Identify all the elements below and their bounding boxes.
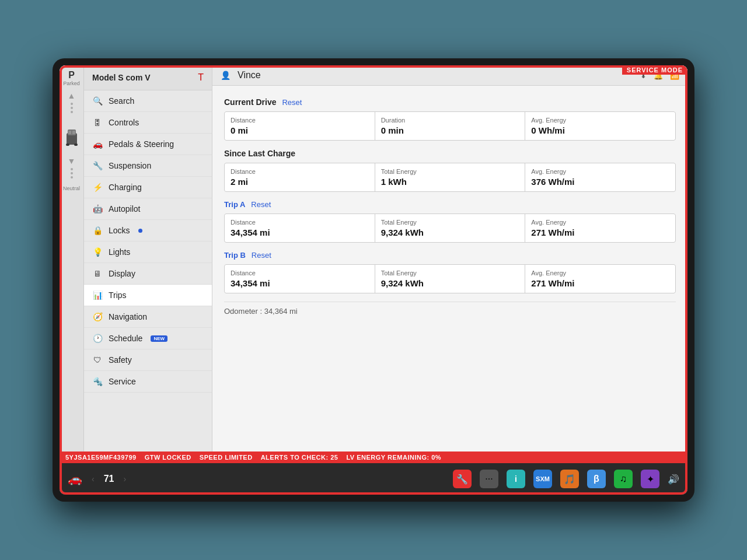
trip-a-distance-label: Distance — [231, 219, 369, 226]
speed-limited-status: SPEED LIMITED — [200, 454, 253, 461]
slc-avgenergy-label: Avg. Energy — [531, 168, 669, 175]
current-drive-stats: Distance 0 mi Duration 0 min Avg. Energy… — [224, 111, 676, 141]
sidebar-item-lights[interactable]: 💡 Lights — [84, 242, 212, 263]
sidebar-item-suspension[interactable]: 🔧 Suspension — [84, 155, 212, 177]
since-last-charge-header: Since Last Charge — [224, 149, 676, 158]
sidebar-item-locks[interactable]: 🔒 Locks — [84, 220, 212, 242]
since-last-charge-stats: Distance 2 mi Total Energy 1 kWh Avg. En… — [224, 163, 676, 192]
safety-icon: 🛡 — [92, 355, 103, 365]
taskbar-wrench-app[interactable]: 🔧 — [453, 470, 472, 488]
taskbar-chevron-left[interactable]: ‹ — [92, 474, 95, 484]
taskbar-car-icon[interactable]: 🚗 — [68, 472, 82, 486]
schedule-icon: 🕐 — [92, 334, 103, 343]
slc-distance-label: Distance — [231, 168, 369, 175]
trip-a-totalenergy-cell: Total Energy 9,324 kWh — [375, 214, 525, 242]
sidebar-charging-label: Charging — [109, 183, 142, 192]
controls-icon: 🎛 — [92, 118, 103, 127]
trips-icon: 📊 — [92, 290, 103, 300]
sidebar-item-search[interactable]: 🔍 Search — [84, 90, 212, 112]
current-drive-avgenergy-cell: Avg. Energy 0 Wh/mi — [525, 112, 675, 140]
sidebar-item-controls[interactable]: 🎛 Controls — [84, 112, 212, 134]
arrow-down-icon: ▼ — [68, 156, 76, 166]
trip-b-avgenergy-cell: Avg. Energy 271 Wh/mi — [525, 265, 675, 293]
taskbar-info-app[interactable]: i — [507, 470, 525, 488]
trip-b-header: Trip B Reset — [224, 251, 676, 260]
slc-totalenergy-label: Total Energy — [381, 168, 519, 175]
slc-distance-value: 2 mi — [231, 177, 369, 187]
trip-b-title[interactable]: Trip B — [224, 251, 246, 260]
sidebar-header: Model S com V T — [84, 65, 212, 90]
arrow-up-icon: ▲ — [68, 91, 76, 100]
trip-b-avgenergy-label: Avg. Energy — [531, 270, 669, 276]
schedule-badge-new: NEW — [151, 335, 167, 342]
service-mode-banner: SERVICE MODE — [622, 65, 687, 75]
volume-icon[interactable]: 🔊 — [668, 474, 679, 485]
trip-b-distance-label: Distance — [231, 270, 369, 276]
taskbar: 🚗 ‹ 71 › 🔧 ··· i SXM 🎵 β ♫ ✦ 🔊 — [60, 463, 687, 495]
autopilot-icon: 🤖 — [92, 204, 103, 214]
trip-a-avgenergy-value: 271 Wh/mi — [531, 228, 669, 237]
gtw-locked-status: GTW LOCKED — [145, 454, 191, 461]
sidebar-item-navigation[interactable]: 🧭 Navigation — [84, 306, 212, 328]
sidebar-item-trips[interactable]: 📊 Trips — [84, 285, 212, 306]
display-icon: 🖥 — [92, 269, 103, 278]
gear-neutral-label: Neutral — [63, 186, 80, 191]
lv-energy-status: LV ENERGY REMAINING: 0% — [346, 454, 441, 461]
charging-icon: ⚡ — [92, 183, 103, 192]
trip-a-reset[interactable]: Reset — [251, 200, 271, 209]
gear-parked-label: Parked — [63, 80, 80, 86]
sidebar-item-service[interactable]: 🔩 Service — [84, 371, 212, 393]
sidebar-item-charging[interactable]: ⚡ Charging — [84, 177, 212, 198]
current-drive-duration-cell: Duration 0 min — [375, 112, 525, 140]
taskbar-chevron-right[interactable]: › — [123, 474, 126, 484]
sidebar-item-safety[interactable]: 🛡 Safety — [84, 349, 212, 371]
slc-distance-cell: Distance 2 mi — [225, 163, 375, 191]
current-drive-avgenergy-value: 0 Wh/mi — [531, 125, 669, 135]
since-last-charge-title: Since Last Charge — [224, 149, 295, 158]
sidebar-item-schedule[interactable]: 🕐 Schedule NEW — [84, 328, 212, 349]
sidebar-navigation-label: Navigation — [109, 312, 147, 321]
trip-a-title[interactable]: Trip A — [224, 200, 245, 209]
trip-a-totalenergy-value: 9,324 kWh — [381, 228, 519, 237]
trip-b-totalenergy-label: Total Energy — [381, 270, 519, 276]
trip-b-distance-value: 34,354 mi — [231, 278, 369, 288]
sidebar-controls-label: Controls — [109, 118, 139, 127]
sidebar-pedals-label: Pedals & Steering — [109, 139, 174, 149]
trip-b-avgenergy-value: 271 Wh/mi — [531, 278, 669, 288]
taskbar-sxm-app[interactable]: SXM — [533, 470, 552, 488]
current-drive-reset[interactable]: Reset — [282, 98, 302, 107]
taskbar-spotify-app[interactable]: ♫ — [614, 470, 633, 488]
user-name: Vince — [238, 70, 261, 80]
car-icon — [63, 121, 81, 150]
taskbar-dots-app[interactable]: ··· — [480, 470, 498, 488]
sidebar-search-label: Search — [109, 96, 134, 106]
current-drive-distance-value: 0 mi — [231, 125, 369, 135]
slc-totalenergy-value: 1 kWh — [381, 177, 519, 187]
trip-a-avgenergy-cell: Avg. Energy 271 Wh/mi — [525, 214, 675, 242]
sidebar-trips-label: Trips — [109, 290, 127, 300]
odometer-value: 34,364 mi — [264, 307, 298, 316]
taskbar-audio-app[interactable]: 🎵 — [560, 470, 579, 488]
sidebar-item-autopilot[interactable]: 🤖 Autopilot — [84, 198, 212, 220]
tesla-logo: T — [198, 72, 204, 83]
sidebar-item-display[interactable]: 🖥 Display — [84, 263, 212, 285]
sidebar-autopilot-label: Autopilot — [109, 204, 140, 214]
sidebar-item-pedals[interactable]: 🚗 Pedals & Steering — [84, 134, 212, 155]
svg-rect-2 — [66, 144, 69, 146]
taskbar-bluetooth-app[interactable]: β — [587, 470, 606, 488]
bottom-status-bar: 5YJSA1E59MF439799 GTW LOCKED SPEED LIMIT… — [60, 452, 687, 463]
gear-p: P — [68, 70, 75, 80]
trip-b-stats: Distance 34,354 mi Total Energy 9,324 kW… — [224, 264, 676, 293]
sidebar-schedule-label: Schedule — [109, 334, 142, 343]
speed-display: 71 — [104, 474, 114, 484]
trip-b-distance-cell: Distance 34,354 mi — [225, 265, 375, 293]
taskbar-multi-app[interactable]: ✦ — [641, 470, 659, 488]
trip-a-stats: Distance 34,354 mi Total Energy 9,324 kW… — [224, 214, 676, 243]
suspension-icon: 🔧 — [92, 161, 103, 170]
service-icon: 🔩 — [92, 377, 103, 386]
svg-rect-4 — [68, 131, 71, 134]
odometer-label: Odometer : — [224, 307, 262, 316]
lights-icon: 💡 — [92, 247, 103, 257]
user-icon: 👤 — [221, 71, 231, 80]
trip-b-reset[interactable]: Reset — [252, 251, 271, 260]
